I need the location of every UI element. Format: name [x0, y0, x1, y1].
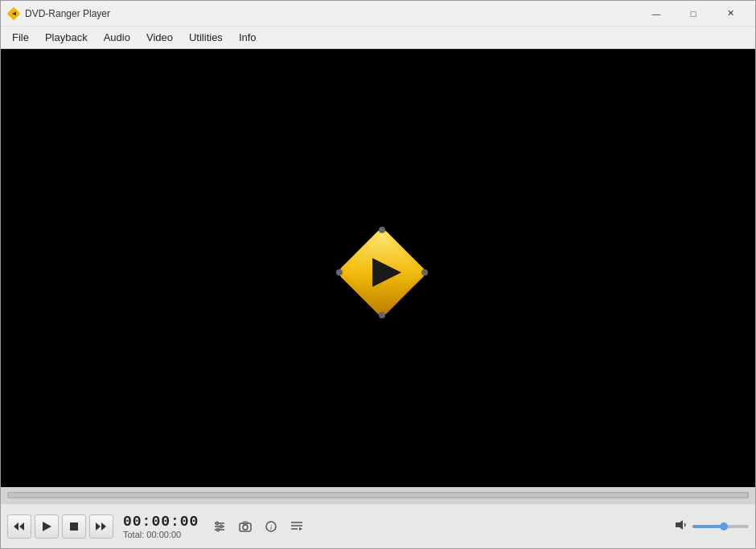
progress-area[interactable]: [1, 487, 755, 503]
svg-point-18: [220, 525, 223, 528]
svg-marker-14: [101, 522, 106, 531]
menu-audio[interactable]: Audio: [96, 28, 138, 47]
svg-marker-11: [43, 522, 51, 531]
svg-point-16: [216, 522, 219, 525]
info-button[interactable]: i: [260, 515, 282, 538]
svg-marker-13: [96, 522, 101, 531]
menu-bar: File Playback Audio Video Utilities Info: [1, 27, 755, 49]
menu-info[interactable]: Info: [231, 28, 265, 47]
menu-playback[interactable]: Playback: [37, 28, 96, 47]
volume-slider[interactable]: [692, 525, 749, 528]
time-display: 00:00:00 Total: 00:00:00: [123, 514, 199, 539]
window-title: DVD-Ranger Player: [25, 8, 638, 19]
svg-point-7: [421, 269, 428, 276]
svg-marker-29: [299, 527, 302, 531]
playlist-icon: [290, 521, 303, 532]
play-button[interactable]: [35, 514, 59, 539]
svg-marker-10: [19, 522, 24, 531]
app-icon: [7, 7, 20, 20]
time-total: Total: 00:00:00: [123, 530, 199, 539]
settings-button[interactable]: [208, 515, 231, 538]
playlist-button[interactable]: [286, 515, 308, 538]
skip-forward-button[interactable]: [89, 514, 113, 539]
svg-point-22: [243, 525, 248, 530]
svg-marker-9: [14, 522, 18, 531]
svg-point-4: [379, 227, 385, 233]
volume-fill: [692, 525, 724, 528]
progress-track[interactable]: [7, 492, 749, 498]
menu-video[interactable]: Video: [138, 28, 181, 47]
info-icon: i: [265, 521, 277, 532]
camera-icon: [239, 521, 252, 532]
controls-bar: 00:00:00 Total: 00:00:00: [1, 503, 755, 548]
screenshot-button[interactable]: [234, 515, 257, 538]
time-current: 00:00:00: [123, 514, 199, 530]
volume-area: [675, 519, 749, 533]
skip-back-button[interactable]: [7, 514, 31, 539]
svg-point-20: [216, 528, 220, 531]
window-controls: — □ ✕: [638, 1, 749, 27]
maximize-button[interactable]: □: [675, 1, 712, 27]
close-button[interactable]: ✕: [712, 1, 749, 27]
svg-rect-12: [70, 522, 78, 531]
stop-button[interactable]: [62, 514, 86, 539]
volume-thumb[interactable]: [720, 522, 728, 531]
svg-marker-30: [676, 520, 683, 530]
menu-file[interactable]: File: [4, 28, 37, 47]
svg-point-6: [336, 269, 343, 276]
title-bar: DVD-Ranger Player — □ ✕: [1, 1, 755, 27]
volume-icon: [675, 519, 689, 533]
video-area[interactable]: [1, 49, 755, 487]
svg-point-5: [379, 312, 385, 318]
settings-icon: [213, 521, 226, 532]
main-window: DVD-Ranger Player — □ ✕ File Playback Au…: [0, 0, 756, 549]
minimize-button[interactable]: —: [638, 1, 675, 27]
svg-text:i: i: [270, 523, 273, 531]
menu-utilities[interactable]: Utilities: [181, 28, 231, 47]
play-logo: [334, 224, 422, 313]
